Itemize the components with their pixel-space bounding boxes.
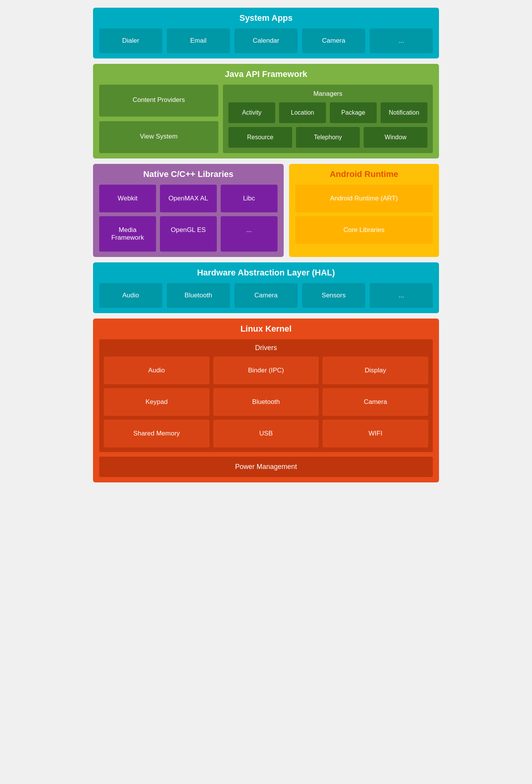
native-libs-grid: Webkit OpenMAX AL Libc Media Framework O… <box>99 185 278 252</box>
drivers-row2: Keypad Bluetooth Camera <box>104 388 428 416</box>
android-runtime-layer: Android Runtime Android Runtime (ART) Co… <box>289 164 439 257</box>
resource-manager: Resource <box>228 127 292 148</box>
native-libs-row1: Webkit OpenMAX AL Libc <box>99 185 278 212</box>
managers-col: Managers Activity Location Package Notif… <box>223 85 433 153</box>
hal-items: Audio Bluetooth Camera Sensors ... <box>99 283 433 308</box>
media-framework-box: Media Framework <box>99 216 156 252</box>
more-box: ... <box>370 28 433 53</box>
native-libs-layer: Native C/C++ Libraries Webkit OpenMAX AL… <box>93 164 284 257</box>
usb-driver: USB <box>213 420 319 447</box>
display-driver: Display <box>323 357 428 384</box>
wifi-driver: WIFI <box>323 420 428 447</box>
managers-grid: Activity Location Package Notification R… <box>228 102 427 148</box>
android-architecture-diagram: System Apps Dialer Email Calendar Camera… <box>93 8 439 482</box>
drivers-row1: Audio Binder (IPC) Display <box>104 357 428 384</box>
view-system-box: View System <box>99 121 218 153</box>
android-runtime-title: Android Runtime <box>295 169 433 179</box>
webkit-box: Webkit <box>99 185 156 212</box>
native-runtime-row: Native C/C++ Libraries Webkit OpenMAX AL… <box>93 164 439 257</box>
android-runtime-items: Android Runtime (ART) Core Libraries <box>295 185 433 244</box>
hal-bluetooth-box: Bluetooth <box>167 283 230 308</box>
art-box: Android Runtime (ART) <box>295 185 433 212</box>
drivers-grid: Audio Binder (IPC) Display Keypad Blueto… <box>104 357 428 447</box>
camera-driver: Camera <box>323 388 428 416</box>
drivers-row3: Shared Memory USB WIFI <box>104 420 428 447</box>
hal-audio-box: Audio <box>99 283 162 308</box>
bluetooth-driver: Bluetooth <box>213 388 319 416</box>
calendar-box: Calendar <box>234 28 298 53</box>
managers-row2: Resource Telephony Window <box>228 127 427 148</box>
dialer-box: Dialer <box>99 28 162 53</box>
activity-manager: Activity <box>228 102 275 123</box>
drivers-title: Drivers <box>104 344 428 352</box>
binder-driver: Binder (IPC) <box>213 357 319 384</box>
java-api-layer: Java API Framework Content Providers Vie… <box>93 64 439 158</box>
core-libraries-box: Core Libraries <box>295 216 433 244</box>
libc-box: Libc <box>221 185 278 212</box>
openmax-box: OpenMAX AL <box>160 185 217 212</box>
drivers-section: Drivers Audio Binder (IPC) Display Keypa… <box>99 339 433 452</box>
system-apps-layer: System Apps Dialer Email Calendar Camera… <box>93 8 439 58</box>
managers-row1: Activity Location Package Notification <box>228 102 427 123</box>
notification-manager: Notification <box>381 102 427 123</box>
package-manager: Package <box>330 102 377 123</box>
shared-memory-driver: Shared Memory <box>104 420 209 447</box>
opengl-box: OpenGL ES <box>160 216 217 252</box>
content-providers-box: Content Providers <box>99 85 218 117</box>
native-libs-title: Native C/C++ Libraries <box>99 169 278 179</box>
linux-kernel-title: Linux Kernel <box>99 324 433 334</box>
email-box: Email <box>167 28 230 53</box>
native-more-box: ... <box>221 216 278 252</box>
hal-layer: Hardware Abstraction Layer (HAL) Audio B… <box>93 262 439 313</box>
hal-more-box: ... <box>370 283 433 308</box>
native-libs-row2: Media Framework OpenGL ES ... <box>99 216 278 252</box>
system-apps-title: System Apps <box>99 13 433 23</box>
keypad-driver: Keypad <box>104 388 209 416</box>
telephony-manager: Telephony <box>296 127 360 148</box>
location-manager: Location <box>279 102 326 123</box>
java-api-title: Java API Framework <box>99 69 433 79</box>
hal-camera-box: Camera <box>234 283 298 308</box>
hal-title: Hardware Abstraction Layer (HAL) <box>99 268 433 278</box>
audio-driver: Audio <box>104 357 209 384</box>
linux-kernel-layer: Linux Kernel Drivers Audio Binder (IPC) … <box>93 319 439 482</box>
java-api-left: Content Providers View System <box>99 85 218 153</box>
camera-box: Camera <box>302 28 365 53</box>
java-api-content: Content Providers View System Managers A… <box>99 85 433 153</box>
hal-sensors-box: Sensors <box>302 283 365 308</box>
window-manager: Window <box>364 127 427 148</box>
system-apps-items: Dialer Email Calendar Camera ... <box>99 28 433 53</box>
power-management-box: Power Management <box>99 457 433 477</box>
managers-title: Managers <box>228 90 427 98</box>
